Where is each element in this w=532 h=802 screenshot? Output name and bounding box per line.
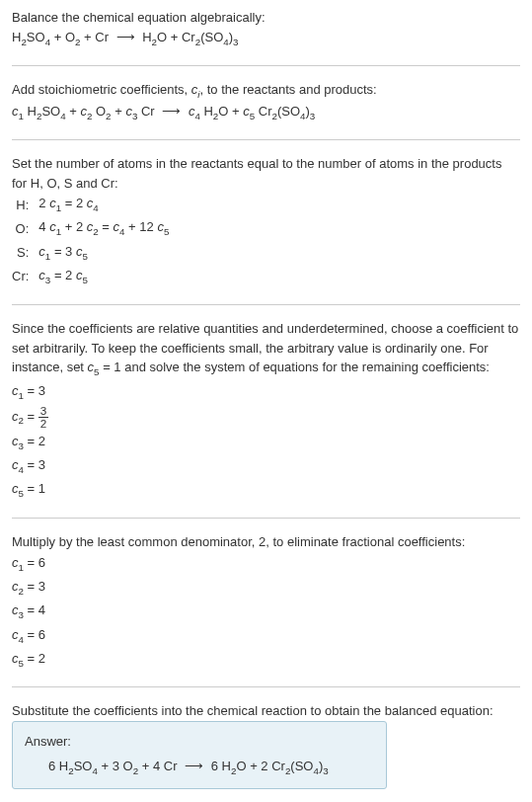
unbalanced-equation: H2SO4 + O2 + Cr ⟶ H2O + Cr2(SO4)3 [12,28,520,49]
final-coefficients: c1 = 6 c2 = 3 c3 = 4 c4 = 6 c5 = 2 [12,553,520,671]
table-row: H: 2 c1 = 2 c4 [12,193,175,216]
step-stoich: Add stoichiometric coefficients, ci, to … [12,80,520,123]
table-row: Cr: c3 = 2 c5 [12,265,175,288]
initial-coefficients: c1 = 3 c2 = 32 c3 = 2 c4 = 3 c5 = 1 [12,381,520,501]
step6-text: Substitute the coefficients into the che… [12,701,520,721]
list-item: c3 = 2 [12,432,520,453]
element-equation: 4 c1 + 2 c2 = c4 + 12 c5 [38,216,175,240]
divider [12,518,520,519]
step3-text: Set the number of atoms in the reactants… [12,154,520,193]
list-item: c5 = 2 [12,649,520,671]
element-label: S: [12,241,38,265]
answer-label: Answer: [25,732,374,752]
list-item: c2 = 32 [12,405,520,429]
divider [12,686,520,687]
step-substitute: Substitute the coefficients into the che… [12,701,520,789]
step-multiply-lcm: Multiply by the least common denominator… [12,532,520,672]
list-item: c2 = 3 [12,577,520,599]
step-solve-initial: Since the coefficients are relative quan… [12,319,520,502]
divider [12,139,520,140]
element-equation: 2 c1 = 2 c4 [38,193,175,216]
element-equation: c3 = 2 c5 [38,265,175,288]
list-item: c1 = 3 [12,381,520,403]
answer-box: Answer: 6 H2SO4 + 3 O2 + 4 Cr ⟶ 6 H2O + … [12,721,387,790]
step2-text: Add stoichiometric coefficients, ci, to … [12,80,520,102]
divider [12,304,520,305]
stoich-equation: c1 H2SO4 + c2 O2 + c3 Cr ⟶ c4 H2O + c5 C… [12,102,520,123]
step1-text: Balance the chemical equation algebraica… [12,8,520,28]
table-row: S: c1 = 3 c5 [12,241,175,265]
list-item: c1 = 6 [12,553,520,575]
list-item: c5 = 1 [12,479,520,501]
atom-equation-table: H: 2 c1 = 2 c4 O: 4 c1 + 2 c2 = c4 + 12 … [12,193,175,288]
element-label: Cr: [12,265,38,288]
divider [12,65,520,66]
element-label: O: [12,216,38,240]
step5-text: Multiply by the least common denominator… [12,532,520,552]
element-label: H: [12,193,38,216]
list-item: c3 = 4 [12,601,520,622]
element-equation: c1 = 3 c5 [38,241,175,265]
table-row: O: 4 c1 + 2 c2 = c4 + 12 c5 [12,216,175,240]
step-balance-intro: Balance the chemical equation algebraica… [12,8,520,49]
list-item: c4 = 6 [12,625,520,647]
step4-text: Since the coefficients are relative quan… [12,319,520,379]
step-atom-equations: Set the number of atoms in the reactants… [12,154,520,288]
list-item: c4 = 3 [12,455,520,477]
balanced-equation: 6 H2SO4 + 3 O2 + 4 Cr ⟶ 6 H2O + 2 Cr2(SO… [25,757,374,778]
